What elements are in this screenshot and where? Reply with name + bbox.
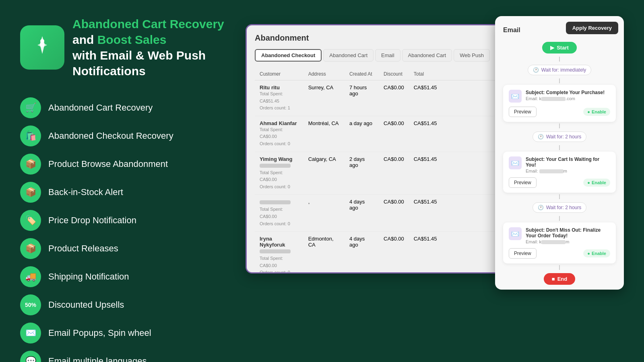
- feature-item-popups[interactable]: ✉️ Email Popups, Spin wheel: [20, 320, 229, 346]
- customer-spent: Total Spent: CA$0.00Orders count: 0: [260, 170, 290, 189]
- connector: [559, 145, 560, 150]
- connector: [559, 194, 560, 199]
- title-part1: Abandoned Cart Recovery: [72, 17, 224, 31]
- customer-created: a day ago: [345, 116, 379, 152]
- clock-icon-3: 🕐: [538, 205, 544, 210]
- feature-item-checkout[interactable]: 🛍️ Abandoned Checkout Recovery: [20, 123, 229, 149]
- right-panel: Abandonment Abandoned Checkout Abandoned…: [246, 16, 624, 346]
- feature-label-stock: Back-in-Stock Alert: [48, 187, 123, 197]
- feature-item-price[interactable]: 🏷️ Price Drop Notification: [20, 208, 229, 233]
- customer-total: CA$51.45: [409, 152, 442, 195]
- feature-item-shipping[interactable]: 🚚 Shipping Notification: [20, 264, 229, 290]
- tab-abandoned-checkout[interactable]: Abandoned Checkout: [255, 49, 322, 62]
- popups-icon: ✉️: [20, 323, 41, 343]
- email-from-2: Email: m: [526, 169, 610, 173]
- enable-badge-1: ● Enable: [583, 108, 610, 116]
- col-customer: Customer: [255, 68, 303, 80]
- feature-item-languages[interactable]: 💬 Email multiple languages: [20, 348, 229, 362]
- left-panel: Abandoned Cart Recovery and Boost Sales …: [20, 16, 229, 346]
- connector: [559, 78, 560, 83]
- feature-item-cart[interactable]: 🛒 Abandoned Cart Recovery: [20, 95, 229, 121]
- customer-discount: CA$0.00: [379, 152, 409, 195]
- logo-icon: [30, 33, 54, 62]
- customer-total: CA$51.45: [409, 232, 442, 274]
- start-btn[interactable]: ▶ Start: [542, 42, 577, 53]
- feature-label-browse: Product Browse Abandonment: [48, 159, 168, 169]
- wait-2hours-label-2: Wait for: 2 hours: [546, 205, 582, 210]
- enable-dot-1: ●: [587, 109, 590, 114]
- feature-item-releases[interactable]: 📦 Product Releases: [20, 236, 229, 261]
- preview-button-3[interactable]: Preview: [509, 248, 537, 259]
- enable-badge-2: ● Enable: [583, 179, 610, 187]
- connector: [559, 57, 560, 62]
- col-status: [442, 68, 493, 80]
- customer-discount: CA$0.00: [379, 116, 409, 152]
- customer-total: CA$51.45: [409, 80, 442, 116]
- customer-spent: Total Spent: CA$0.00Orders count: 0: [260, 256, 290, 274]
- customer-spent: Total Spent: CA$0.00Orders count: 0: [260, 127, 290, 146]
- feature-label-discount: Discounted Upsells: [48, 300, 124, 310]
- feature-item-discount[interactable]: 50% Discounted Upsells: [20, 292, 229, 318]
- email-icon-1: ✉️: [509, 90, 522, 103]
- browse-icon: 📦: [20, 154, 41, 175]
- customer-spent: Total Spent: CA$51.45Orders count: 1: [260, 91, 290, 110]
- feature-label-releases: Product Releases: [48, 243, 118, 254]
- connector: [559, 216, 560, 221]
- feature-label-languages: Email multiple languages: [48, 356, 147, 362]
- shipping-icon: 🚚: [20, 266, 41, 287]
- wait-2hours-badge-1: 🕐 Wait for: 2 hours: [533, 132, 587, 142]
- wait-immediately-badge: 🕐 Wait for: immediately: [528, 65, 592, 75]
- col-address: Address: [303, 68, 345, 80]
- start-label: Start: [557, 45, 569, 51]
- email-content-3: Subject: Don't Miss Out: Finalize Your O…: [526, 227, 610, 244]
- feature-item-browse[interactable]: 📦 Product Browse Abandonment: [20, 151, 229, 177]
- blurred-name: [260, 249, 291, 253]
- cart-icon: 🛒: [20, 97, 41, 118]
- tab-abandoned-cart[interactable]: Abandoned Cart: [323, 49, 374, 62]
- email-content-2: Subject: Your Cart Is Waiting for You! E…: [526, 156, 610, 173]
- customer-address: Calgary, CA: [303, 152, 345, 195]
- customer-created: 4 days ago: [345, 195, 379, 232]
- end-label: End: [557, 276, 568, 282]
- customer-address: Montréal, CA: [303, 116, 345, 152]
- price-icon: 🏷️: [20, 210, 41, 231]
- email-icon-3: ✉️: [509, 227, 522, 240]
- customer-address: Surrey, CA: [303, 80, 345, 116]
- email-subject-1: Subject: Complete Your Purchase!: [526, 90, 610, 95]
- title-and: and: [72, 33, 97, 46]
- feature-item-stock[interactable]: 📦 Back-in-Stock Alert: [20, 179, 229, 205]
- customer-discount: CA$0.00: [379, 195, 409, 232]
- connector: [559, 123, 560, 128]
- apply-recovery-button[interactable]: Apply Recovery: [566, 22, 618, 34]
- tab-abandoned-cart-2[interactable]: Abandoned Cart: [402, 49, 452, 62]
- customer-address: ,: [303, 195, 345, 232]
- customer-spent: Total Spent: CA$0.00Orders count: 0: [260, 207, 290, 226]
- stock-icon: 📦: [20, 182, 41, 203]
- feature-label-shipping: Shipping Notification: [48, 272, 129, 282]
- email-card-3: ✉️ Subject: Don't Miss Out: Finalize You…: [503, 222, 616, 263]
- email-subject-3: Subject: Don't Miss Out: Finalize Your O…: [526, 227, 610, 239]
- email-card-1: ✉️ Subject: Complete Your Purchase! Emai…: [503, 85, 616, 122]
- tab-email[interactable]: Email: [375, 49, 400, 62]
- preview-button-2[interactable]: Preview: [509, 177, 537, 188]
- header-section: Abandoned Cart Recovery and Boost Sales …: [20, 16, 229, 79]
- email-icon-2: ✉️: [509, 156, 522, 169]
- enable-dot-2: ●: [587, 180, 590, 185]
- col-discount: Discount: [379, 68, 409, 80]
- col-created: Created At: [345, 68, 379, 80]
- wait-2hours-badge-2: 🕐 Wait for: 2 hours: [533, 202, 587, 213]
- title-part2: Boost Sales: [97, 33, 167, 46]
- email-from-3: Email: km: [526, 239, 610, 244]
- logo-box: [20, 25, 64, 70]
- tab-web-push[interactable]: Web Push: [454, 49, 490, 62]
- start-icon: ▶: [550, 45, 554, 51]
- languages-icon: 💬: [20, 351, 41, 362]
- blurred-name: [260, 200, 291, 204]
- preview-button-1[interactable]: Preview: [509, 107, 537, 117]
- wait-2hours-label-1: Wait for: 2 hours: [546, 134, 582, 140]
- email-panel: Apply Recovery Email ▶ Start 🕐 Wait for:…: [495, 16, 624, 290]
- customer-address: Edmonton, CA: [303, 232, 345, 274]
- email-card-2: ✉️ Subject: Your Cart Is Waiting for You…: [503, 152, 616, 193]
- customer-created: 4 days ago: [345, 232, 379, 274]
- header-text: Abandoned Cart Recovery and Boost Sales …: [72, 16, 229, 79]
